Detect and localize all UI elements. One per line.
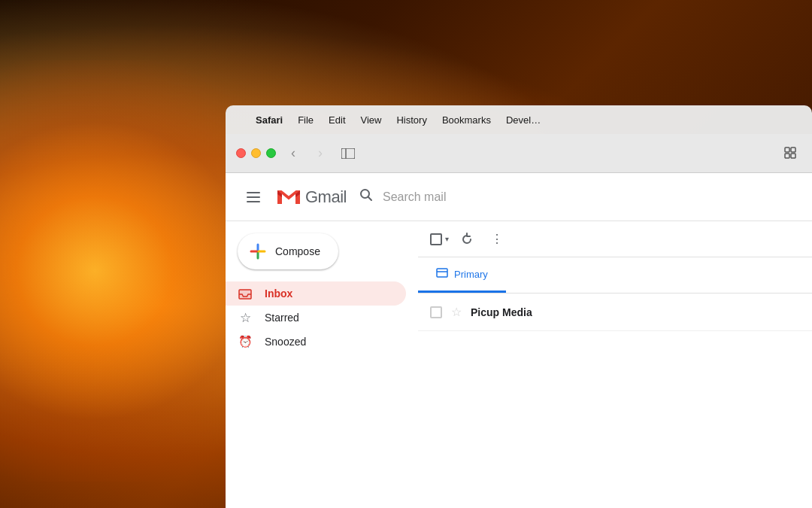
- hamburger-line: [247, 201, 260, 202]
- sidebar-item-inbox[interactable]: Inbox: [226, 281, 406, 306]
- email-checkbox[interactable]: [430, 306, 442, 318]
- main-toolbar: ▾ ⋮: [418, 221, 812, 257]
- sidebar-toggle-button[interactable]: [338, 143, 359, 164]
- email-row[interactable]: ☆ Picup Media: [418, 294, 812, 331]
- laptop-frame: Safari File Edit View History Bookmarks …: [226, 0, 812, 508]
- gmail-sidebar: Compose Inbox ☆ S: [226, 221, 418, 508]
- menubar-safari[interactable]: Safari: [256, 114, 283, 126]
- gmail-m-logo: [275, 187, 302, 208]
- back-button[interactable]: ‹: [283, 144, 303, 163]
- fullscreen-button[interactable]: [266, 148, 276, 158]
- refresh-button[interactable]: [455, 227, 479, 251]
- select-chevron-icon[interactable]: ▾: [445, 235, 449, 243]
- gmail-main: ▾ ⋮: [418, 221, 812, 508]
- hamburger-menu-button[interactable]: [244, 189, 263, 205]
- svg-rect-3: [791, 148, 795, 152]
- svg-rect-2: [785, 148, 789, 152]
- primary-tab-label: Primary: [454, 269, 488, 280]
- more-dots-icon: ⋮: [491, 232, 504, 246]
- sidebar-icon: [341, 148, 355, 159]
- safari-window: ‹ ›: [226, 134, 812, 508]
- close-button[interactable]: [236, 148, 246, 158]
- gmail-body: Compose Inbox ☆ S: [226, 221, 812, 508]
- svg-rect-13: [437, 269, 447, 277]
- gmail-header: Gmail Search mail: [226, 173, 812, 221]
- select-all-area[interactable]: ▾: [430, 233, 449, 245]
- more-options-button[interactable]: ⋮: [485, 227, 509, 251]
- starred-label: Starred: [265, 312, 299, 324]
- menubar-file[interactable]: File: [298, 114, 314, 126]
- sidebar-item-snoozed[interactable]: ⏰ Snoozed: [226, 330, 406, 354]
- snoozed-label: Snoozed: [265, 336, 306, 348]
- hamburger-line: [247, 192, 260, 193]
- inbox-icon: [238, 286, 253, 301]
- primary-tab-icon: [436, 266, 448, 281]
- mac-menubar: Safari File Edit View History Bookmarks …: [226, 105, 812, 134]
- search-icon: [359, 187, 374, 206]
- mail-tabs: Primary: [418, 257, 812, 294]
- compose-plus-colored-icon: [250, 243, 266, 260]
- compose-button[interactable]: Compose: [238, 233, 338, 269]
- forward-icon: ›: [318, 145, 323, 161]
- compose-plus-icon: [250, 243, 266, 260]
- grid-icon: [784, 147, 798, 160]
- gmail-logo-area: Gmail: [275, 187, 347, 208]
- email-sender: Picup Media: [471, 306, 561, 318]
- menubar-bookmarks[interactable]: Bookmarks: [442, 114, 491, 126]
- forward-button[interactable]: ›: [311, 144, 330, 163]
- gmail-content: Gmail Search mail: [226, 173, 812, 508]
- email-star-icon[interactable]: ☆: [451, 305, 462, 319]
- select-all-checkbox[interactable]: [430, 233, 442, 245]
- minimize-button[interactable]: [251, 148, 261, 158]
- svg-rect-5: [791, 154, 795, 158]
- menubar-edit[interactable]: Edit: [329, 114, 345, 126]
- snoozed-icon: ⏰: [238, 334, 253, 349]
- compose-label: Compose: [275, 245, 320, 257]
- tab-primary[interactable]: Primary: [418, 257, 506, 293]
- traffic-lights: [236, 148, 276, 158]
- menubar-devel[interactable]: Devel…: [506, 114, 541, 126]
- menubar-view[interactable]: View: [361, 114, 382, 126]
- star-icon: ☆: [238, 310, 253, 325]
- tab-overview-button[interactable]: [780, 143, 801, 164]
- svg-rect-0: [341, 148, 355, 159]
- menubar-history[interactable]: History: [396, 114, 426, 126]
- svg-line-7: [368, 197, 371, 201]
- svg-rect-4: [785, 154, 789, 158]
- refresh-icon: [460, 233, 474, 246]
- back-icon: ‹: [291, 145, 295, 161]
- search-area[interactable]: Search mail: [359, 187, 659, 206]
- search-placeholder-text: Search mail: [383, 190, 446, 204]
- safari-toolbar: ‹ ›: [226, 134, 812, 173]
- gmail-app-name: Gmail: [305, 187, 347, 207]
- hamburger-line: [247, 196, 260, 198]
- sidebar-item-starred[interactable]: ☆ Starred: [226, 306, 406, 330]
- inbox-label: Inbox: [265, 287, 292, 300]
